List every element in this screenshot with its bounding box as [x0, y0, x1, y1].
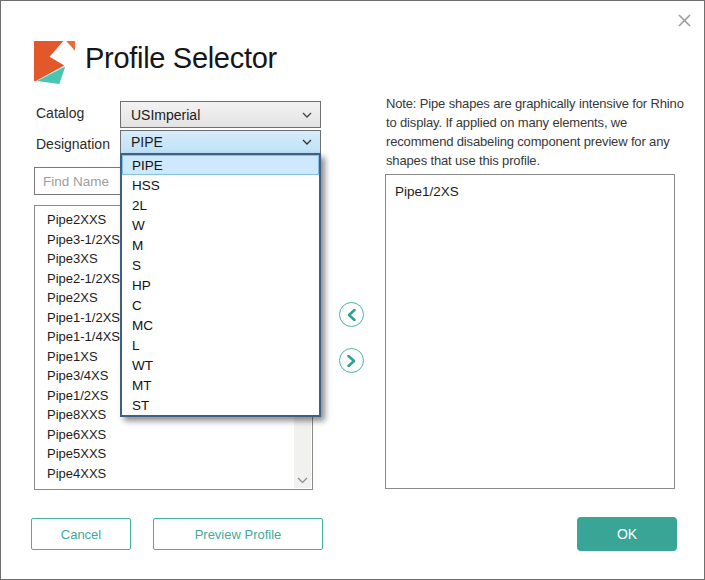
note-text: Note: Pipe shapes are graphically intens… — [386, 94, 684, 170]
profile-selector-dialog: Profile Selector Catalog USImperial Desi… — [0, 0, 705, 580]
catalog-label: Catalog — [36, 105, 84, 121]
designation-option[interactable]: M — [122, 235, 319, 255]
chevron-down-icon — [302, 139, 312, 145]
designation-option[interactable]: PIPE — [122, 155, 319, 175]
cancel-button[interactable]: Cancel — [31, 518, 131, 550]
catalog-dropdown[interactable]: USImperial — [120, 101, 321, 128]
designation-option[interactable]: WT — [122, 355, 319, 375]
designation-option[interactable]: C — [122, 295, 319, 315]
chevron-right-icon — [347, 355, 356, 367]
move-left-button[interactable] — [339, 302, 364, 327]
designation-options-popup: PIPEHSS2LWMSHPCMCLWTMTST — [120, 153, 321, 417]
profile-selector-logo — [33, 41, 76, 84]
designation-option[interactable]: 2L — [122, 195, 319, 215]
profile-list-item[interactable]: Pipe5XXS — [47, 444, 292, 464]
ok-button[interactable]: OK — [577, 517, 677, 551]
designation-option[interactable]: L — [122, 335, 319, 355]
catalog-value: USImperial — [131, 107, 200, 123]
chevron-down-icon — [302, 112, 312, 118]
selected-profile-item[interactable]: Pipe1/2XS — [395, 182, 668, 202]
close-icon — [678, 14, 691, 27]
designation-option[interactable]: HSS — [122, 175, 319, 195]
close-button[interactable] — [673, 9, 695, 31]
chevron-down-icon[interactable] — [297, 477, 308, 484]
designation-option[interactable]: MT — [122, 375, 319, 395]
profile-list-item[interactable]: Pipe4XXS — [47, 464, 292, 484]
designation-option[interactable]: ST — [122, 395, 319, 415]
selected-items: Pipe1/2XS — [395, 182, 668, 202]
designation-label: Designation — [36, 136, 110, 152]
move-right-button[interactable] — [339, 348, 364, 373]
designation-option[interactable]: MC — [122, 315, 319, 335]
designation-value: PIPE — [131, 134, 163, 150]
designation-option[interactable]: S — [122, 255, 319, 275]
selected-profiles-listbox[interactable]: Pipe1/2XS — [385, 174, 675, 489]
designation-dropdown[interactable]: PIPE — [120, 130, 321, 154]
designation-option[interactable]: HP — [122, 275, 319, 295]
chevron-left-icon — [347, 309, 356, 321]
preview-profile-button[interactable]: Preview Profile — [153, 518, 323, 550]
designation-option[interactable]: W — [122, 215, 319, 235]
dialog-title: Profile Selector — [85, 42, 277, 75]
profile-list-item[interactable]: Pipe6XXS — [47, 425, 292, 445]
